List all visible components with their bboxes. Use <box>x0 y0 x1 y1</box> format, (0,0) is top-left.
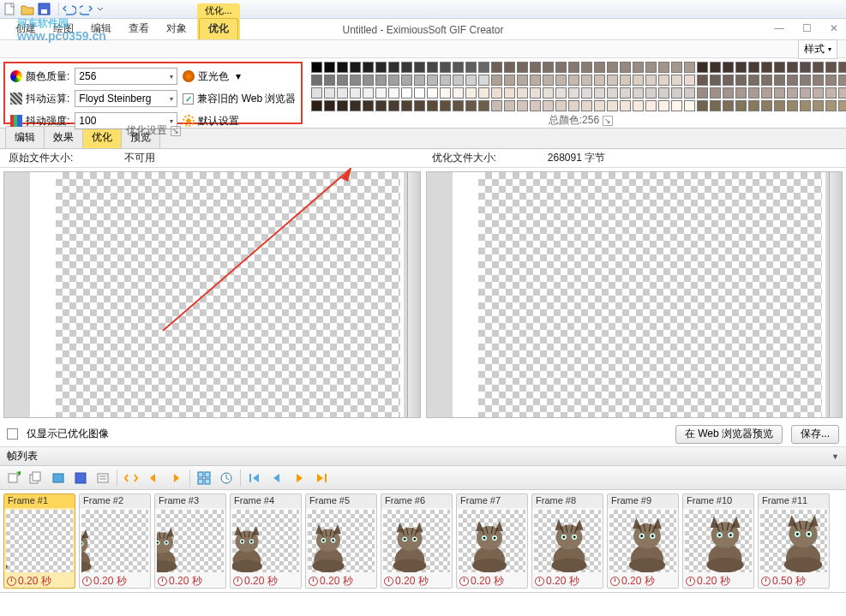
frame-item[interactable]: Frame #110.50 秒 <box>758 493 830 589</box>
palette-swatch[interactable] <box>825 62 837 73</box>
ribbon-tab[interactable]: 创建 <box>7 19 45 39</box>
palette-swatch[interactable] <box>504 62 515 73</box>
palette-swatch[interactable] <box>491 87 502 99</box>
frame-item[interactable]: Frame #40.20 秒 <box>230 493 302 589</box>
palette-swatch[interactable] <box>825 100 837 111</box>
palette-swatch[interactable] <box>350 62 361 73</box>
frame-item[interactable]: Frame #100.20 秒 <box>682 493 754 589</box>
palette-swatch[interactable] <box>645 75 657 86</box>
palette-swatch[interactable] <box>697 62 708 73</box>
palette-swatch[interactable] <box>594 100 605 111</box>
palette-swatch[interactable] <box>774 100 785 111</box>
delete-frame-icon[interactable] <box>72 469 89 487</box>
palette-swatch[interactable] <box>311 75 322 86</box>
frames-strip[interactable]: Frame #10.20 秒Frame #20.20 秒Frame #30.20… <box>0 490 846 593</box>
palette-swatch[interactable] <box>748 75 759 86</box>
palette-swatch[interactable] <box>504 100 515 111</box>
palette-swatch[interactable] <box>633 62 644 73</box>
palette-swatch[interactable] <box>813 100 824 111</box>
palette-swatch[interactable] <box>414 87 425 99</box>
maximize-button[interactable]: ☐ <box>798 22 815 34</box>
palette-swatch[interactable] <box>568 100 579 111</box>
palette-swatch[interactable] <box>517 87 528 99</box>
palette-swatch[interactable] <box>363 87 374 99</box>
palette-swatch[interactable] <box>337 87 348 99</box>
frame-item[interactable]: Frame #90.20 秒 <box>607 493 679 589</box>
palette-swatch[interactable] <box>543 100 554 111</box>
palette-swatch[interactable] <box>491 62 502 73</box>
palette-swatch[interactable] <box>324 100 335 111</box>
palette-swatch[interactable] <box>658 87 669 99</box>
palette-swatch[interactable] <box>440 87 451 99</box>
matte-label[interactable]: 亚光色▾ <box>183 69 296 84</box>
palette-swatch[interactable] <box>825 75 837 86</box>
palette-swatch[interactable] <box>620 62 631 73</box>
palette-swatch[interactable] <box>723 75 734 86</box>
save-button[interactable]: 保存... <box>791 425 839 444</box>
palette-swatch[interactable] <box>324 62 335 73</box>
palette-swatch[interactable] <box>774 75 785 86</box>
palette-swatch[interactable] <box>491 100 502 111</box>
palette-swatch[interactable] <box>440 100 451 111</box>
style-dropdown[interactable]: 样式▾ <box>798 39 837 59</box>
palette-swatch[interactable] <box>427 87 438 99</box>
palette-swatch[interactable] <box>324 87 335 99</box>
original-preview[interactable] <box>3 171 421 418</box>
palette-swatch[interactable] <box>748 62 759 73</box>
clock-icon[interactable] <box>218 469 235 487</box>
palette-swatch[interactable] <box>375 100 387 111</box>
move-right-icon[interactable] <box>167 469 184 487</box>
palette-swatch[interactable] <box>813 87 824 99</box>
palette-swatch[interactable] <box>697 87 708 99</box>
palette-swatch[interactable] <box>530 75 541 86</box>
palette-swatch[interactable] <box>723 100 734 111</box>
palette-swatch[interactable] <box>504 87 515 99</box>
palette-swatch[interactable] <box>774 62 785 73</box>
frame-item[interactable]: Frame #70.20 秒 <box>456 493 528 589</box>
palette-swatch[interactable] <box>620 75 631 86</box>
palette-swatch[interactable] <box>504 75 515 86</box>
palette-swatch[interactable] <box>607 87 618 99</box>
palette-swatch[interactable] <box>697 75 708 86</box>
open-file-icon[interactable] <box>21 3 34 16</box>
palette-swatch[interactable] <box>414 100 425 111</box>
palette-swatch[interactable] <box>568 62 579 73</box>
palette-swatch[interactable] <box>607 100 618 111</box>
palette-swatch[interactable] <box>774 87 785 99</box>
palette-swatch[interactable] <box>555 100 567 111</box>
ribbon-tab-optimize[interactable]: 优化 <box>199 18 238 39</box>
palette-swatch[interactable] <box>723 87 734 99</box>
palette-swatch[interactable] <box>838 62 846 73</box>
save-icon[interactable] <box>38 3 51 16</box>
qat-customize-icon[interactable] <box>97 6 104 13</box>
palette-swatch[interactable] <box>658 75 669 86</box>
palette-swatch[interactable] <box>581 75 592 86</box>
palette-swatch[interactable] <box>337 62 348 73</box>
palette-swatch[interactable] <box>337 100 348 111</box>
palette-swatch[interactable] <box>735 100 747 111</box>
palette-swatch[interactable] <box>375 75 387 86</box>
color-palette[interactable] <box>311 62 846 111</box>
palette-swatch[interactable] <box>710 100 721 111</box>
palette-swatch[interactable] <box>453 87 464 99</box>
first-frame-icon[interactable] <box>246 469 263 487</box>
palette-swatch[interactable] <box>787 87 798 99</box>
palette-swatch[interactable] <box>388 75 399 86</box>
palette-swatch[interactable] <box>478 62 489 73</box>
palette-swatch[interactable] <box>633 100 644 111</box>
palette-swatch[interactable] <box>530 100 541 111</box>
palette-swatch[interactable] <box>748 100 759 111</box>
palette-swatch[interactable] <box>658 62 669 73</box>
palette-swatch[interactable] <box>735 75 747 86</box>
palette-swatch[interactable] <box>555 62 567 73</box>
palette-swatch[interactable] <box>311 62 322 73</box>
palette-swatch[interactable] <box>543 87 554 99</box>
palette-swatch[interactable] <box>555 75 567 86</box>
web-preview-button[interactable]: 在 Web 浏览器预览 <box>675 425 783 444</box>
last-frame-icon[interactable] <box>313 469 330 487</box>
palette-swatch[interactable] <box>363 75 374 86</box>
palette-swatch[interactable] <box>645 62 657 73</box>
palette-swatch[interactable] <box>427 100 438 111</box>
palette-swatch[interactable] <box>568 75 579 86</box>
color-quality-field[interactable]: 256▾ <box>75 68 177 85</box>
